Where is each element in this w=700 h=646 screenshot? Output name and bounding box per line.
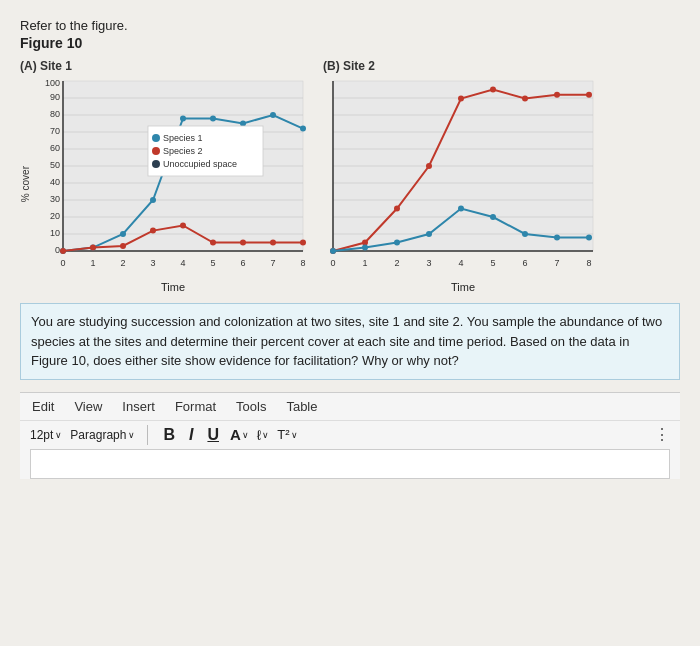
- svg-point-47: [240, 240, 246, 246]
- svg-point-49: [300, 240, 306, 246]
- svg-text:7: 7: [270, 258, 275, 268]
- menu-bar: Edit View Insert Format Tools Table: [20, 393, 680, 421]
- svg-point-39: [270, 112, 276, 118]
- svg-point-86: [586, 92, 592, 98]
- italic-button[interactable]: I: [186, 425, 196, 445]
- chevron-down-icon: ∨: [242, 430, 249, 440]
- svg-text:Unoccupied space: Unoccupied space: [163, 159, 237, 169]
- paragraph-value: Paragraph: [70, 428, 126, 442]
- svg-text:100: 100: [45, 78, 60, 88]
- menu-tools[interactable]: Tools: [234, 397, 268, 416]
- superscript-button[interactable]: T² ∨: [277, 427, 297, 442]
- svg-point-85: [554, 92, 560, 98]
- svg-text:0: 0: [55, 245, 60, 255]
- question-text: You are studying succession and coloniza…: [31, 314, 662, 368]
- bold-button[interactable]: B: [160, 425, 178, 445]
- font-size-value: 12pt: [30, 428, 53, 442]
- svg-point-84: [522, 96, 528, 102]
- svg-text:2: 2: [394, 258, 399, 268]
- svg-text:30: 30: [50, 194, 60, 204]
- svg-point-95: [586, 234, 592, 240]
- chart-site1-label: (A) Site 1: [20, 59, 313, 73]
- highlight-arrow-icon: ∨: [262, 430, 269, 440]
- more-options-button[interactable]: ⋮: [654, 425, 670, 444]
- svg-point-88: [362, 245, 368, 251]
- svg-text:8: 8: [300, 258, 305, 268]
- svg-point-37: [210, 115, 216, 121]
- paragraph-arrow: ∨: [128, 430, 135, 440]
- svg-point-44: [150, 228, 156, 234]
- svg-point-92: [490, 214, 496, 220]
- site1-x-label: Time: [33, 281, 313, 293]
- menu-insert[interactable]: Insert: [120, 397, 157, 416]
- chart-site1-wrapper: % cover: [20, 76, 313, 293]
- chart-site2-svg: 0 1 2 3 4 5 6 7 8: [323, 76, 603, 276]
- highlight-label: ℓ: [257, 427, 262, 443]
- menu-format[interactable]: Format: [173, 397, 218, 416]
- chart-site2-area: 0 1 2 3 4 5 6 7 8: [323, 76, 603, 293]
- chart-site1-area: 0 10 20 30 40 50 60 70 80 90 100 0 1: [33, 76, 313, 293]
- svg-point-35: [150, 197, 156, 203]
- site2-x-label: Time: [323, 281, 603, 293]
- paragraph-select[interactable]: Paragraph ∨: [70, 428, 135, 442]
- site1-y-label: % cover: [20, 166, 31, 202]
- question-box: You are studying succession and coloniza…: [20, 303, 680, 380]
- svg-point-38: [240, 121, 246, 127]
- svg-point-94: [554, 234, 560, 240]
- svg-text:8: 8: [586, 258, 591, 268]
- svg-point-80: [394, 206, 400, 212]
- svg-point-83: [490, 87, 496, 93]
- svg-point-89: [394, 240, 400, 246]
- superscript-label: T²: [277, 427, 289, 442]
- svg-text:7: 7: [554, 258, 559, 268]
- chart-site2-label: (B) Site 2: [323, 59, 603, 73]
- svg-text:1: 1: [362, 258, 367, 268]
- svg-point-81: [426, 163, 432, 169]
- chart-site2: (B) Site 2: [323, 59, 603, 293]
- svg-text:0: 0: [330, 258, 335, 268]
- svg-text:70: 70: [50, 126, 60, 136]
- chart-site1-svg: 0 10 20 30 40 50 60 70 80 90 100 0 1: [33, 76, 313, 276]
- font-color-button[interactable]: A ∨: [230, 426, 249, 443]
- underline-button[interactable]: U: [204, 425, 222, 445]
- menu-edit[interactable]: Edit: [30, 397, 56, 416]
- page: Refer to the figure. Figure 10 (A) Site …: [0, 0, 700, 646]
- superscript-arrow-icon: ∨: [291, 430, 298, 440]
- svg-text:3: 3: [426, 258, 431, 268]
- svg-point-82: [458, 96, 464, 102]
- svg-point-34: [120, 231, 126, 237]
- svg-text:5: 5: [490, 258, 495, 268]
- svg-text:3: 3: [150, 258, 155, 268]
- svg-point-53: [152, 147, 160, 155]
- svg-point-36: [180, 115, 186, 121]
- text-input-area[interactable]: [30, 449, 670, 479]
- svg-text:10: 10: [50, 228, 60, 238]
- svg-text:0: 0: [60, 258, 65, 268]
- refer-text: Refer to the figure.: [20, 18, 680, 33]
- svg-point-42: [90, 245, 96, 251]
- svg-text:6: 6: [522, 258, 527, 268]
- menu-view[interactable]: View: [72, 397, 104, 416]
- svg-point-46: [210, 240, 216, 246]
- menu-table[interactable]: Table: [284, 397, 319, 416]
- svg-text:90: 90: [50, 92, 60, 102]
- svg-text:40: 40: [50, 177, 60, 187]
- svg-point-45: [180, 223, 186, 229]
- svg-text:1: 1: [90, 258, 95, 268]
- svg-text:80: 80: [50, 109, 60, 119]
- charts-row: (A) Site 1 % cover: [20, 59, 680, 293]
- svg-text:4: 4: [458, 258, 463, 268]
- svg-point-41: [60, 248, 66, 254]
- toolbar-area: Edit View Insert Format Tools Table 12pt…: [20, 392, 680, 479]
- svg-text:4: 4: [180, 258, 185, 268]
- svg-point-48: [270, 240, 276, 246]
- svg-text:20: 20: [50, 211, 60, 221]
- svg-point-87: [330, 248, 336, 254]
- svg-point-55: [152, 160, 160, 168]
- svg-point-40: [300, 126, 306, 132]
- svg-text:5: 5: [210, 258, 215, 268]
- highlight-button[interactable]: ℓ ∨: [257, 427, 270, 443]
- svg-text:Species 1: Species 1: [163, 133, 203, 143]
- font-size-select[interactable]: 12pt ∨: [30, 428, 62, 442]
- chart-site1: (A) Site 1 % cover: [20, 59, 313, 293]
